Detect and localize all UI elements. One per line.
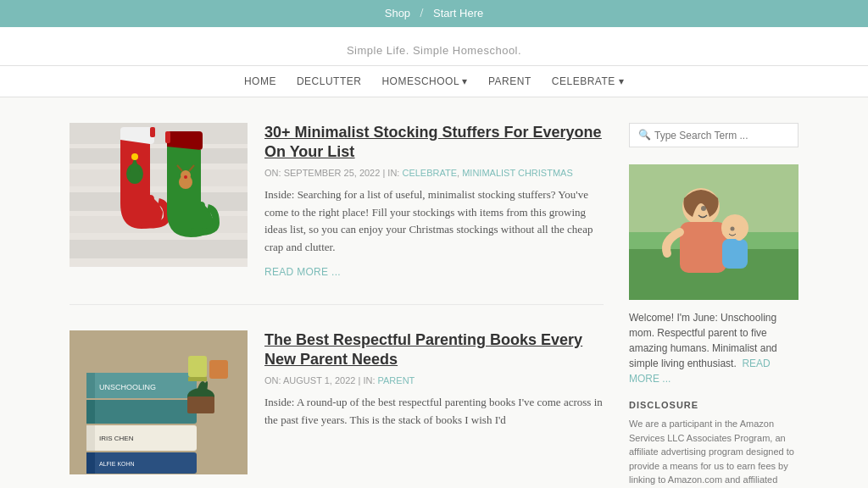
author-photo (629, 164, 798, 300)
svg-point-15 (184, 175, 187, 179)
top-bar: Shop / Start Here (0, 0, 868, 27)
article-item: 30+ Minimalist Stocking Stuffers For Eve… (70, 123, 604, 305)
disclosure-title: DISCLOSURE (629, 400, 798, 410)
nav-item-homeschool[interactable]: HOMESCHOOL ▾ (381, 75, 468, 88)
nav-item-parent[interactable]: PARENT (488, 75, 531, 88)
search-input[interactable] (654, 130, 789, 141)
svg-rect-21 (86, 373, 95, 398)
nav-link-declutter[interactable]: DECLUTTER (297, 75, 362, 87)
disclosure-text: We are a participant in the Amazon Servi… (629, 417, 798, 488)
article-item-2: UNSCHOOLING IRIS CHEN ALFIE KOHN (70, 330, 604, 488)
site-header: Simple Life. Simple Homeschool. (0, 27, 868, 65)
nav-link-parent[interactable]: PARENT (488, 75, 531, 87)
svg-rect-25 (188, 356, 207, 377)
category-link-parent[interactable]: PARENT (378, 375, 415, 385)
svg-rect-18 (165, 131, 170, 143)
svg-text:ALFIE KOHN: ALFIE KOHN (99, 461, 135, 467)
article-image-stockings (70, 123, 248, 267)
nav-item-declutter[interactable]: DECLUTTER (297, 75, 362, 88)
content-wrapper: 30+ Minimalist Stocking Stuffers For Eve… (53, 123, 815, 488)
search-icon: 🔍 (638, 129, 651, 141)
svg-rect-27 (209, 360, 228, 379)
svg-rect-35 (187, 396, 214, 413)
article-link-2[interactable]: The Best Respectful Parenting Books Ever… (264, 331, 582, 368)
svg-rect-24 (86, 400, 95, 424)
svg-rect-29 (86, 425, 95, 451)
article-body-2: The Best Respectful Parenting Books Ever… (264, 330, 604, 474)
article-excerpt: Inside: Searching for a list of useful, … (264, 186, 604, 257)
separator: / (420, 7, 424, 19)
svg-rect-1 (70, 123, 248, 144)
article-title-2: The Best Respectful Parenting Books Ever… (264, 330, 604, 370)
article-meta-2: ON: AUGUST 1, 2022 | IN: PARENT (264, 375, 604, 385)
sidebar: 🔍 (629, 123, 798, 488)
nav-item-celebrate[interactable]: CELEBRATE ▾ (552, 75, 624, 88)
svg-text:UNSCHOOLING: UNSCHOOLING (99, 383, 156, 391)
svg-rect-6 (70, 240, 248, 258)
svg-point-43 (701, 206, 706, 211)
svg-rect-32 (86, 452, 95, 474)
start-here-link[interactable]: Start Here (433, 7, 483, 19)
read-more-link-0[interactable]: READ MORE ... (264, 266, 341, 278)
sidebar-welcome-text: Welcome! I'm June: Unschooling mom. Resp… (629, 310, 798, 386)
svg-rect-3 (70, 169, 248, 186)
main-nav: HOME DECLUTTER HOMESCHOOL ▾ PARENT CELEB… (0, 65, 868, 97)
article-excerpt-2: Inside: A round-up of the best respectfu… (264, 394, 604, 430)
sidebar-search[interactable]: 🔍 (629, 123, 798, 147)
article-title: 30+ Minimalist Stocking Stuffers For Eve… (264, 123, 604, 163)
svg-rect-42 (722, 239, 748, 269)
nav-link-celebrate[interactable]: CELEBRATE ▾ (552, 75, 624, 87)
svg-rect-11 (150, 127, 155, 137)
site-tagline: Simple Life. Simple Homeschool. (0, 44, 868, 57)
nav-item-home[interactable]: HOME (244, 75, 276, 88)
svg-point-10 (131, 153, 138, 160)
svg-rect-2 (70, 148, 248, 164)
article-link[interactable]: 30+ Minimalist Stocking Stuffers For Eve… (264, 124, 602, 160)
nav-link-homeschool[interactable]: HOMESCHOOL ▾ (381, 75, 468, 87)
svg-text:IRIS CHEN: IRIS CHEN (99, 435, 134, 442)
category-link-celebrate[interactable]: CELEBRATE (402, 168, 457, 178)
category-link-minimalist[interactable]: MINIMALIST CHRISTMAS (462, 168, 573, 178)
svg-rect-40 (680, 222, 726, 273)
svg-point-44 (731, 227, 735, 231)
shop-link[interactable]: Shop (385, 7, 410, 19)
nav-link-home[interactable]: HOME (244, 75, 276, 87)
svg-rect-26 (188, 377, 207, 381)
svg-rect-23 (86, 400, 197, 424)
article-meta: ON: SEPTEMBER 25, 2022 | IN: CELEBRATE, … (264, 168, 604, 178)
article-body: 30+ Minimalist Stocking Stuffers For Eve… (264, 123, 604, 279)
main-content: 30+ Minimalist Stocking Stuffers For Eve… (70, 123, 604, 488)
article-image-books: UNSCHOOLING IRIS CHEN ALFIE KOHN (70, 330, 248, 474)
